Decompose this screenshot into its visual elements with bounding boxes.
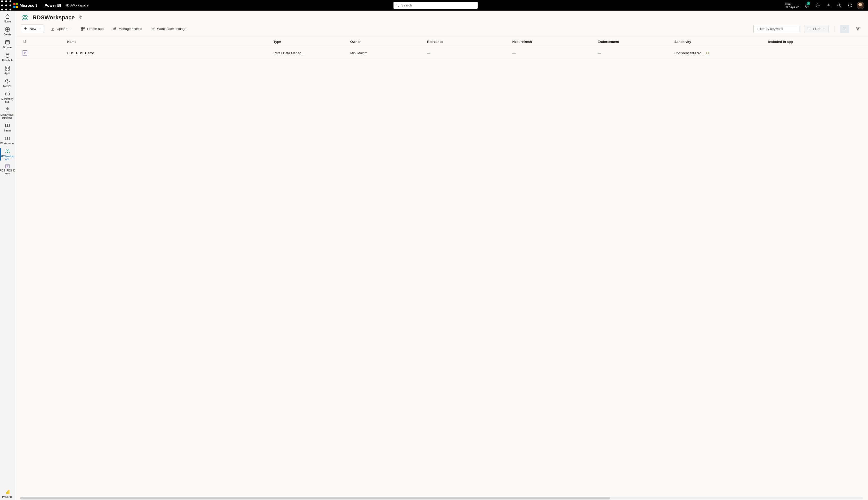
manage-access-button[interactable]: Manage access [110,25,144,33]
left-nav: Home Create Browse Data hub Apps Metrics… [0,11,15,500]
col-endorsement-header[interactable]: Endorsement [595,36,672,47]
nav-create[interactable]: Create [0,24,15,37]
create-app-button[interactable]: Create app [79,25,106,33]
search-icon [396,4,399,7]
svg-rect-20 [5,66,7,68]
breadcrumb[interactable]: RDSWorkspace [65,3,89,7]
user-avatar[interactable] [857,2,864,9]
content-table: Name Type Owner Refreshed Next refresh E… [15,36,868,59]
deployment-icon [5,107,10,113]
nav-powerbi-home[interactable]: Power BI [0,487,15,500]
nav-deployment[interactable]: Deployment pipelines [0,105,15,121]
app-body: Home Create Browse Data hub Apps Metrics… [0,11,868,500]
settings-icon [151,27,155,31]
svg-rect-22 [5,69,7,70]
microsoft-logo[interactable]: Microsoft [12,0,39,11]
filter-button[interactable]: Filter [804,25,829,33]
col-included-header[interactable]: Included in app [765,36,868,47]
home-icon [5,14,10,19]
download-button[interactable] [823,0,834,11]
table-row[interactable]: RDS_RDS_DemoRetail Data Manag…Mini Maxim… [15,47,868,59]
nav-label-metrics: Metrics [3,85,12,88]
nav-label-datahub: Data hub [2,59,13,62]
nav-label-workspaces: Workspaces [0,142,15,145]
page-title: RDSWorkspace [33,14,74,21]
chevron-down-icon [69,27,72,30]
svg-rect-38 [81,29,83,31]
premium-diamond-icon[interactable] [78,15,82,20]
manage-access-label: Manage access [119,27,142,31]
manage-access-icon [113,27,117,31]
document-icon [23,39,26,43]
notifications-button[interactable]: 5 [801,0,812,11]
svg-point-9 [396,4,398,6]
row-name[interactable]: RDS_RDS_Demo [66,47,271,59]
col-owner-header[interactable]: Owner [348,36,424,47]
scrollbar-thumb[interactable] [20,497,610,499]
trial-line2: 59 days left [785,5,799,9]
horizontal-scrollbar[interactable] [20,497,863,499]
svg-rect-32 [7,491,8,494]
main-area: RDSWorkspace New Upload Create app [15,11,868,500]
nav-label-browse: Browse [3,46,12,49]
product-name[interactable]: Power BI [45,3,61,8]
lineage-view-button[interactable] [854,25,862,33]
svg-rect-21 [8,66,9,68]
svg-rect-31 [6,492,7,494]
nav-browse[interactable]: Browse [0,37,15,50]
filter-keyword-input[interactable] [757,27,801,31]
workspaces-icon [5,136,10,141]
svg-rect-37 [83,27,85,29]
plus-icon [23,26,27,31]
feedback-button[interactable] [845,0,856,11]
col-nextrefresh-header[interactable]: Next refresh [510,36,595,47]
global-search-input[interactable] [401,2,476,9]
nav-label-rdsdemo: RDS_RDS_D emo [0,169,16,175]
trial-status[interactable]: Trial: 59 days left [783,2,801,9]
col-type-header[interactable]: Type [271,36,348,47]
svg-point-29 [6,150,7,151]
col-refreshed-header[interactable]: Refreshed [424,36,510,47]
nav-apps[interactable]: Apps [0,63,15,76]
nav-monitoring[interactable]: Monitoring hub [0,89,15,105]
col-icon-header[interactable] [15,36,66,47]
upload-icon [50,27,55,31]
workspace-settings-button[interactable]: Workspace settings [149,25,188,33]
top-header-bar: Microsoft Power BI RDSWorkspace Trial: 5… [0,0,868,11]
create-app-icon [81,27,85,31]
nav-datahub[interactable]: Data hub [0,50,15,63]
global-search[interactable] [394,2,478,9]
new-button[interactable]: New [21,24,44,33]
list-view-icon [843,27,847,31]
row-sensitivity: Confidential\Micro… [672,47,766,59]
svg-point-4 [5,4,7,6]
nav-home[interactable]: Home [0,12,15,24]
nav-label-learn: Learn [4,129,11,132]
list-view-button[interactable] [840,25,849,33]
nav-label-powerbi: Power BI [2,496,13,498]
datahub-icon [5,53,10,58]
app-launcher-button[interactable] [0,0,12,11]
svg-point-35 [25,15,27,17]
waffle-icon [0,0,12,12]
row-refreshed: — [424,47,510,59]
workspace-icon [21,14,29,21]
nav-rdsworkspace[interactable]: RDSWorksp ace [0,146,15,162]
col-sensitivity-header[interactable]: Sensitivity [672,36,766,47]
nav-workspaces[interactable]: Workspaces [0,134,15,146]
nav-metrics[interactable]: Metrics [0,76,15,89]
upload-button[interactable]: Upload [48,25,74,33]
create-app-label: Create app [87,27,104,31]
nav-learn[interactable]: Learn [0,121,15,134]
lineage-icon [856,27,860,31]
svg-point-0 [1,0,3,2]
sensitivity-indicator-icon [706,52,709,54]
col-name-header[interactable]: Name [66,36,271,47]
table-header-row: Name Type Owner Refreshed Next refresh E… [15,36,868,47]
svg-line-10 [398,6,399,7]
settings-button[interactable] [812,0,823,11]
nav-rdsdemo[interactable]: RDS_RDS_D emo [0,162,15,177]
powerbi-logo-icon [5,489,10,495]
filter-keyword-wrap[interactable] [753,25,799,33]
help-button[interactable] [834,0,845,11]
